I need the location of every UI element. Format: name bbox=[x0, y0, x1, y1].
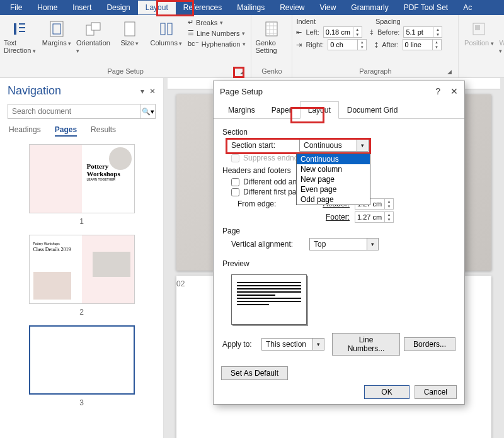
menu-design[interactable]: Design bbox=[99, 1, 137, 14]
svg-rect-10 bbox=[475, 25, 480, 30]
footer-distance-input[interactable]: ▲▼ bbox=[355, 211, 394, 223]
indent-right-icon: ⇥ bbox=[296, 41, 302, 49]
indent-header: Indent bbox=[296, 18, 375, 25]
cancel-button[interactable]: Cancel bbox=[415, 385, 457, 399]
search-button[interactable]: 🔍▾ bbox=[140, 104, 155, 118]
paragraph-launcher[interactable]: ◢ bbox=[445, 69, 453, 76]
navigation-pane: Navigation ▾✕ 🔍▾ Headings Pages Results … bbox=[0, 78, 164, 438]
menu-truncated[interactable]: Ac bbox=[455, 1, 479, 14]
suppress-endnotes-checkbox bbox=[231, 154, 239, 162]
menu-review[interactable]: Review bbox=[272, 1, 312, 14]
menu-view[interactable]: View bbox=[312, 1, 344, 14]
dialog-close-icon[interactable]: ✕ bbox=[450, 86, 458, 96]
menu-pdf-tool-set[interactable]: PDF Tool Set bbox=[396, 1, 455, 14]
svg-rect-8 bbox=[266, 22, 277, 36]
diff-odd-even-checkbox[interactable] bbox=[231, 178, 239, 186]
dialog-tab-layout[interactable]: Layout bbox=[300, 101, 339, 119]
menu-grammarly[interactable]: Grammarly bbox=[343, 1, 396, 14]
dialog-help-icon[interactable]: ? bbox=[435, 86, 440, 96]
hyphenation-label: Hyphenation bbox=[202, 40, 241, 48]
group-page-setup: Text Direction Margins Orientation Size … bbox=[0, 15, 251, 77]
nav-tab-pages[interactable]: Pages bbox=[55, 125, 77, 137]
menu-mailings[interactable]: Mailings bbox=[229, 1, 272, 14]
dropdown-option-continuous[interactable]: Continuous bbox=[297, 154, 370, 164]
svg-rect-7 bbox=[168, 23, 172, 35]
page-num-2: 2 bbox=[8, 308, 156, 317]
columns-label: Columns bbox=[151, 39, 183, 47]
spacing-after-input[interactable]: ▲▼ bbox=[403, 39, 442, 50]
menu-insert[interactable]: Insert bbox=[65, 1, 99, 14]
valign-combo[interactable]: Top▾ bbox=[309, 238, 379, 250]
dialog-tab-grid[interactable]: Document Grid bbox=[339, 101, 406, 119]
borders-dialog-button[interactable]: Borders... bbox=[404, 337, 455, 351]
section-start-dropdown: Continuous New column New page Even page… bbox=[296, 154, 370, 205]
chevron-down-icon[interactable]: ▾ bbox=[312, 339, 324, 350]
diff-first-page-checkbox[interactable] bbox=[231, 188, 239, 196]
dialog-tab-paper[interactable]: Paper bbox=[263, 101, 300, 119]
orientation-button[interactable]: Orientation bbox=[77, 18, 110, 54]
apply-to-label: Apply to: bbox=[222, 340, 258, 349]
suppress-endnotes-label: Suppress endnot bbox=[243, 154, 301, 162]
footer-label: Footer: bbox=[287, 213, 350, 222]
genko-setting-button[interactable]: Genko Setting bbox=[255, 18, 288, 54]
page-thumb-3[interactable] bbox=[29, 325, 135, 395]
preview-box bbox=[231, 274, 307, 325]
size-button[interactable]: Size bbox=[113, 18, 146, 47]
menu-file[interactable]: File bbox=[3, 1, 30, 14]
line-numbers-button[interactable]: ☰Line Numbers bbox=[186, 28, 247, 38]
menu-layout[interactable]: Layout bbox=[138, 1, 176, 14]
breaks-button[interactable]: ↵Breaks bbox=[186, 18, 247, 27]
genko-icon bbox=[263, 20, 280, 38]
position-icon bbox=[470, 20, 488, 38]
margins-label: Margins bbox=[42, 39, 72, 47]
dropdown-option-even-page[interactable]: Even page bbox=[297, 184, 370, 194]
margins-button[interactable]: Margins bbox=[40, 18, 73, 47]
dropdown-option-odd-page[interactable]: Odd page bbox=[297, 194, 370, 205]
dropdown-option-new-page[interactable]: New page bbox=[297, 174, 370, 184]
page-setup-dialog: Page Setup ?✕ Margins Paper Layout Docum… bbox=[213, 81, 465, 405]
chevron-down-icon[interactable]: ▾ bbox=[357, 140, 368, 151]
section-start-label: Section start: bbox=[231, 141, 294, 150]
apply-to-value: This section bbox=[262, 339, 312, 350]
columns-button[interactable]: Columns bbox=[150, 18, 183, 47]
menubar: File Home Insert Design Layout Reference… bbox=[0, 0, 504, 15]
breaks-icon: ↵ bbox=[188, 18, 193, 26]
line-numbers-dialog-button[interactable]: Line Numbers... bbox=[332, 333, 400, 356]
dropdown-option-new-column[interactable]: New column bbox=[297, 164, 370, 174]
hyphenation-button[interactable]: bc⁻Hyphenation bbox=[186, 39, 247, 48]
spacing-header: Spacing bbox=[375, 18, 455, 25]
nav-title: Navigation bbox=[8, 84, 61, 98]
indent-left-input[interactable]: ▲▼ bbox=[323, 26, 362, 38]
spacing-before-input[interactable]: ▲▼ bbox=[403, 26, 442, 38]
position-label: Position bbox=[464, 39, 494, 47]
genko-setting-label: Genko Setting bbox=[255, 39, 288, 54]
page-num-3: 3 bbox=[8, 398, 156, 407]
page-thumb-2[interactable]: Pottery WorkshopsClass Details 2019 bbox=[29, 235, 135, 304]
spacing-before-icon: ‡ bbox=[370, 28, 374, 36]
dialog-tab-margins[interactable]: Margins bbox=[220, 101, 263, 119]
nav-tab-results[interactable]: Results bbox=[91, 125, 116, 137]
text-direction-button[interactable]: Text Direction bbox=[4, 18, 37, 54]
svg-rect-4 bbox=[91, 23, 100, 30]
nav-menu-caret-icon[interactable]: ▾ bbox=[140, 87, 144, 96]
search-input[interactable] bbox=[8, 104, 140, 118]
nav-tab-headings[interactable]: Headings bbox=[9, 125, 41, 137]
line-numbers-label: Line Numbers bbox=[197, 30, 239, 37]
indent-right-input[interactable]: ▲▼ bbox=[328, 39, 367, 50]
page-thumb-1[interactable]: PotteryWorkshopsLEARN TOGETHER bbox=[29, 144, 135, 213]
ok-button[interactable]: OK bbox=[364, 385, 409, 399]
set-default-button[interactable]: Set As Default bbox=[221, 366, 288, 380]
search-box[interactable]: 🔍▾ bbox=[8, 104, 156, 119]
menu-home[interactable]: Home bbox=[30, 1, 65, 14]
section-start-combo[interactable]: Continuous▾ bbox=[299, 139, 369, 152]
nav-close-icon[interactable]: ✕ bbox=[149, 87, 156, 96]
group-arrange: Position Wrap Text bbox=[459, 15, 504, 77]
apply-to-combo[interactable]: This section▾ bbox=[261, 338, 324, 351]
page-num-1: 1 bbox=[8, 217, 156, 226]
chevron-down-icon[interactable]: ▾ bbox=[367, 239, 378, 250]
page-setup-launcher[interactable]: ◢ bbox=[238, 69, 246, 76]
menu-references[interactable]: References bbox=[176, 1, 229, 14]
svg-rect-0 bbox=[14, 23, 16, 35]
size-label: Size bbox=[121, 39, 139, 47]
margins-icon bbox=[48, 20, 66, 38]
